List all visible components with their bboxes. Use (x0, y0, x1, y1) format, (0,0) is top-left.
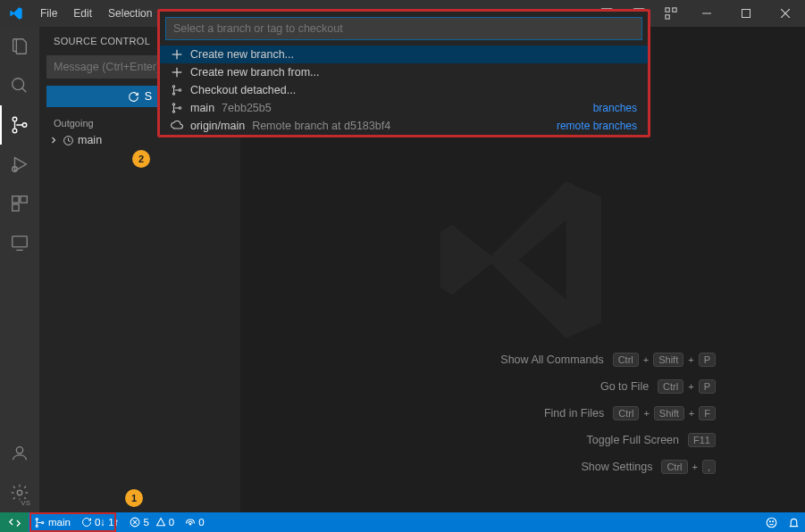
svg-rect-8 (742, 10, 750, 18)
callout-2: 2 (132, 150, 150, 168)
svg-point-15 (22, 123, 27, 128)
svg-rect-21 (13, 237, 28, 247)
search-icon[interactable] (0, 66, 39, 105)
svg-point-34 (190, 524, 192, 526)
close-button[interactable] (766, 9, 805, 18)
svg-point-37 (773, 520, 774, 521)
vs-logo-icon (0, 6, 32, 21)
annotation-box-statusbar (29, 512, 116, 532)
menu-file[interactable]: File (32, 0, 65, 27)
svg-marker-16 (15, 158, 27, 171)
create-branch-item[interactable]: Create new branch... (160, 46, 648, 63)
svg-point-43 (172, 93, 174, 95)
svg-point-35 (767, 518, 776, 528)
shortcut-settings: Show SettingsCtrl+, (500, 460, 716, 474)
svg-point-47 (179, 107, 180, 109)
svg-point-44 (179, 89, 180, 91)
shortcut-find-in-files: Find in FilesCtrl+Shift+F (500, 406, 716, 420)
activity-bar: VS (0, 27, 39, 512)
minimize-button[interactable] (687, 9, 726, 18)
notifications-icon[interactable] (783, 512, 805, 532)
vs-watermark-icon (424, 162, 621, 358)
svg-point-13 (13, 117, 17, 121)
svg-rect-18 (13, 196, 19, 203)
branch-picker-dropdown: Create new branch... Create new branch f… (157, 9, 650, 137)
branch-picker-input[interactable] (165, 17, 642, 40)
accounts-icon[interactable] (0, 434, 39, 473)
shortcuts-panel: Show All CommandsCtrl+Shift+P Go to File… (500, 353, 716, 474)
shortcut-go-to-file: Go to FileCtrl+P (500, 379, 716, 394)
maximize-button[interactable] (726, 9, 766, 18)
remote-indicator[interactable] (0, 512, 29, 532)
layout-custom-icon[interactable] (655, 7, 687, 20)
svg-point-46 (172, 111, 174, 112)
branch-main-item[interactable]: main 7ebb25b5 branches (160, 99, 648, 117)
svg-point-14 (13, 129, 17, 133)
svg-point-11 (13, 79, 24, 90)
debug-icon[interactable] (0, 145, 39, 184)
explorer-icon[interactable] (0, 27, 39, 66)
extensions-icon[interactable] (0, 184, 39, 223)
errors-status[interactable]: 5 0 (124, 512, 180, 532)
svg-line-27 (69, 140, 71, 141)
remote-explorer-icon[interactable] (0, 223, 39, 262)
settings-gear-icon[interactable]: VS (0, 473, 39, 512)
svg-rect-5 (673, 8, 676, 12)
svg-point-45 (172, 104, 174, 105)
menu-edit[interactable]: Edit (65, 0, 100, 27)
svg-rect-20 (13, 204, 19, 211)
svg-rect-19 (21, 196, 27, 203)
shortcut-show-commands: Show All CommandsCtrl+Shift+P (500, 353, 716, 367)
callout-1: 1 (125, 489, 143, 507)
svg-point-24 (17, 490, 22, 495)
menu-selection[interactable]: Selection (100, 0, 160, 27)
svg-point-36 (769, 520, 770, 521)
branch-name: main (78, 134, 102, 146)
status-bar: main 0↓ 1↑ 5 0 0 (0, 512, 805, 532)
svg-rect-6 (666, 15, 669, 19)
source-control-icon[interactable] (0, 105, 39, 145)
svg-rect-4 (666, 8, 669, 12)
shortcut-fullscreen: Toggle Full ScreenF11 (500, 433, 716, 447)
branch-origin-main-item[interactable]: origin/main Remote branch at d5183bf4 re… (160, 117, 648, 135)
svg-line-12 (22, 88, 27, 93)
create-branch-from-item[interactable]: Create new branch from... (160, 63, 648, 81)
svg-point-23 (16, 447, 22, 453)
feedback-icon[interactable] (760, 512, 783, 532)
checkout-detached-item[interactable]: Checkout detached... (160, 81, 648, 99)
svg-point-42 (172, 86, 174, 87)
ports-status[interactable]: 0 (180, 512, 209, 532)
